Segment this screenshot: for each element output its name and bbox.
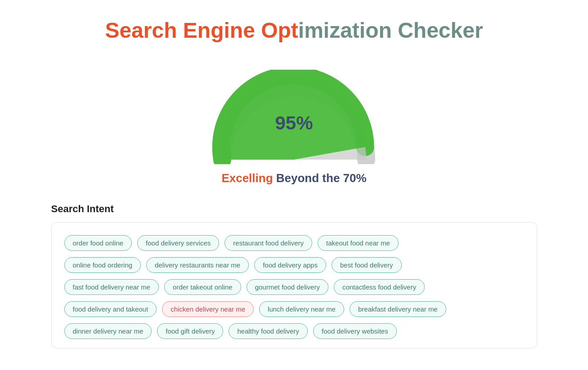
search-intent-title: Search Intent <box>51 203 537 215</box>
gauge-percent: 95% <box>275 112 313 134</box>
tag-fast-food-delivery-near-me: fast food delivery near me <box>64 279 159 295</box>
tag-order-takeout-online: order takeout online <box>164 279 241 295</box>
tag-food-delivery-services: food delivery services <box>137 235 219 251</box>
page-title: Search Engine Optimization Checker <box>51 18 537 43</box>
tags-row-4: food delivery and takeout chicken delive… <box>64 301 524 317</box>
tag-gourmet-food-delivery: gourmet food delivery <box>247 279 328 295</box>
tags-row-5: dinner delivery near me food gift delive… <box>64 323 524 339</box>
tag-online-food-ordering: online food ordering <box>64 257 141 273</box>
tags-row-1: order food online food delivery services… <box>64 235 524 251</box>
gauge-container: 95% Excelling Beyond the 70% <box>51 70 537 185</box>
title-checker: Checker <box>398 18 483 42</box>
tag-delivery-restaurants-near-me: delivery restaurants near me <box>146 257 249 273</box>
tag-healthy-food-delivery: healthy food delivery <box>229 323 308 339</box>
title-ization: imization <box>298 18 398 42</box>
gauge-label-beyond: Beyond the 70% <box>273 171 367 185</box>
tag-restaurant-food-delivery: restaurant food delivery <box>224 235 312 251</box>
page-container: Search Engine Optimization Checker 95% E… <box>24 0 564 366</box>
title-search: Search Engine <box>105 18 261 42</box>
gauge-label: Excelling Beyond the 70% <box>221 171 366 185</box>
tags-row-2: online food ordering delivery restaurant… <box>64 257 524 273</box>
tag-takeout-food-near-me: takeout food near me <box>318 235 399 251</box>
tag-lunch-delivery-near-me: lunch delivery near me <box>259 301 344 317</box>
tag-food-delivery-apps: food delivery apps <box>254 257 326 273</box>
gauge-wrapper: 95% <box>204 70 384 164</box>
tag-food-delivery-websites: food delivery websites <box>313 323 397 339</box>
gauge-label-excelling: Excelling <box>221 171 273 185</box>
tags-row-3: fast food delivery near me order takeout… <box>64 279 524 295</box>
tag-chicken-delivery-near-me: chicken delivery near me <box>162 301 254 317</box>
title-optim: Opt <box>261 18 298 42</box>
tag-contactless-food-delivery: contactless food delivery <box>334 279 425 295</box>
tag-breakfast-delivery-near-me: breakfast delivery near me <box>350 301 446 317</box>
tag-order-food-online: order food online <box>64 235 132 251</box>
tag-dinner-delivery-near-me: dinner delivery near me <box>64 323 152 339</box>
tag-best-food-delivery: best food delivery <box>332 257 402 273</box>
tag-food-delivery-and-takeout: food delivery and takeout <box>64 301 157 317</box>
tag-food-gift-delivery: food gift delivery <box>157 323 223 339</box>
tags-container: order food online food delivery services… <box>51 222 537 348</box>
search-intent-section: Search Intent order food online food del… <box>51 203 537 348</box>
